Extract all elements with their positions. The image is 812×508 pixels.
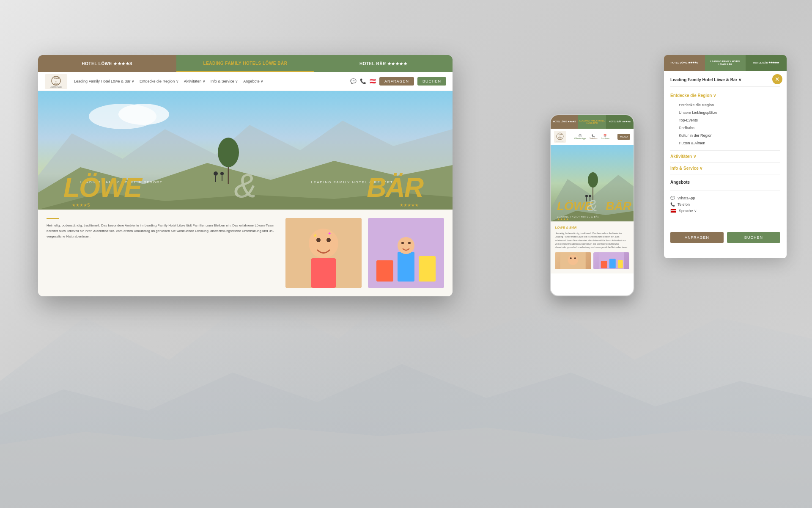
- dropdown-item-dorfbahn[interactable]: Dorfbahn: [670, 124, 780, 132]
- dropdown-hotel-selector[interactable]: Leading Family Hotel Löwe & Bär ∨: [670, 77, 780, 87]
- dropdown-item-top-events[interactable]: Top-Events: [670, 116, 780, 124]
- desktop-image-colorful: [368, 218, 444, 288]
- svg-rect-30: [398, 252, 414, 282]
- mobile-stars: ★★★★: [557, 218, 569, 221]
- mobile-tab-leading[interactable]: LEADING FAMILY HOTEL LÖWE BÄR: [578, 115, 606, 129]
- svg-rect-56: [609, 259, 615, 268]
- svg-point-17: [214, 171, 218, 176]
- nav-region[interactable]: Entdecke die Region ∨: [140, 79, 179, 83]
- svg-point-34: [408, 242, 411, 244]
- divider-2: [670, 162, 780, 163]
- svg-text:LEADING FAMILY: LEADING FAMILY: [50, 86, 62, 88]
- dropdown-tab-lowe[interactable]: HOTEL LÖWE ★★★★S: [664, 55, 705, 71]
- mobile-logo: LÖWE & BÄR LEADING FAMILY: [554, 131, 566, 143]
- mobile-buchen[interactable]: 📅 Buchen: [601, 134, 609, 140]
- svg-point-19: [220, 172, 224, 175]
- svg-point-52: [570, 257, 572, 259]
- nav-aktivitaten[interactable]: Aktivitäten ∨: [184, 79, 206, 83]
- dropdown-angebote[interactable]: Angebote: [670, 178, 780, 187]
- dropdown-telefon[interactable]: 📞 Telefon: [670, 202, 780, 207]
- mobile-bar-title: BÄR: [606, 199, 631, 213]
- svg-point-23: [316, 238, 321, 242]
- svg-rect-25: [311, 258, 336, 288]
- flag-icon: [670, 209, 676, 213]
- tab-hotel-bar[interactable]: HOTEL BÄR ★★★★★: [314, 55, 453, 72]
- svg-point-51: [568, 255, 578, 265]
- whatsapp-icon: 💬: [670, 196, 675, 200]
- mobile-content: LÖWE & BÄR Heimelig, bodenständig, tradi…: [551, 221, 634, 273]
- whatsapp-icon[interactable]: 💬: [350, 78, 357, 84]
- dropdown-item-hutten[interactable]: Hütten & Almen: [670, 139, 780, 147]
- svg-text:✦: ✦: [328, 231, 331, 236]
- dropdown-sprache[interactable]: Sprache ∨: [670, 209, 780, 213]
- mobile-menu-button[interactable]: MENU: [617, 134, 630, 140]
- tab-hotel-lowe[interactable]: HOTEL LÖWE ★★★★S: [38, 55, 176, 72]
- dropdown-tab-bar-tab[interactable]: HOTEL BÄR ★★★★★: [746, 55, 787, 71]
- colorful-photo: [368, 218, 444, 288]
- text-accent-line: [47, 218, 59, 219]
- svg-point-32: [398, 237, 414, 254]
- mobile-ampersand: &: [587, 197, 597, 215]
- phone-icon: 📞: [670, 202, 675, 207]
- desktop-text-column: Heimelig, bodenständig, traditionell: Da…: [47, 218, 279, 288]
- lowe-title: LÖWE: [63, 172, 141, 203]
- mobile-telefon[interactable]: 📞 Telefon: [589, 134, 597, 140]
- svg-point-24: [326, 238, 331, 242]
- desktop-description: Heimelig, bodenständig, traditionell: Da…: [47, 223, 279, 239]
- flag-icon[interactable]: 🇦🇹: [370, 78, 376, 84]
- mobile-thumb-1: [555, 252, 591, 269]
- bar-title: BÄR: [367, 172, 423, 203]
- dropdown-anfragen-button[interactable]: ANFRAGEN: [670, 232, 724, 243]
- desktop-content: Heimelig, bodenständig, traditionell: Da…: [38, 210, 453, 296]
- anfragen-button[interactable]: ANFRAGEN: [379, 77, 414, 86]
- svg-text:★: ★: [313, 232, 318, 238]
- svg-rect-57: [617, 260, 623, 268]
- mobile-content-title: LÖWE & BÄR: [555, 226, 629, 229]
- mobile-tab-hotel-lowe[interactable]: HOTEL LÖWE ★★★★S: [551, 115, 578, 129]
- desktop-image-children: ★ ✦: [285, 218, 362, 288]
- dropdown-content: Leading Family Hotel Löwe & Bär ∨ Entdec…: [664, 71, 787, 221]
- svg-point-53: [574, 257, 576, 259]
- dropdown-section-entdecke[interactable]: Entdecke die Region ∨: [670, 93, 780, 98]
- nav-leading-family[interactable]: Leading Family Hotel Löwe & Bär ∨: [74, 79, 134, 83]
- svg-point-33: [401, 242, 404, 244]
- nav-info-service[interactable]: Info & Service ∨: [211, 79, 239, 83]
- mobile-hero: LEADING FAMILY HOTEL & BÄR LÖWE & BÄR ★★…: [551, 145, 634, 221]
- dropdown-item-lieblingsplatze[interactable]: Unsere Lieblingsplätze: [670, 109, 780, 116]
- dropdown-tab-leading[interactable]: LEADING FAMILY HOTEL LÖWE BÄR: [705, 55, 746, 71]
- desktop-logo: LÖWE & BÄR LEADING FAMILY: [44, 74, 68, 89]
- svg-text:LÖWE: LÖWE: [53, 77, 60, 80]
- dropdown-item-kultur[interactable]: Kultur in der Region: [670, 132, 780, 139]
- mobile-tab-hotel-bar[interactable]: HOTEL BÄR ★★★★★: [606, 115, 634, 129]
- svg-rect-31: [419, 256, 436, 282]
- nav-angebote[interactable]: Angebote ∨: [243, 79, 263, 83]
- divider-4: [670, 190, 780, 190]
- mobile-navigation: LÖWE & BÄR LEADING FAMILY 💬 WhatsApp 📞 T…: [551, 129, 634, 145]
- dropdown-panel: HOTEL LÖWE ★★★★S LEADING FAMILY HOTEL LÖ…: [664, 55, 787, 258]
- dropdown-item-entdecke[interactable]: Entdecke die Region: [670, 101, 780, 109]
- dropdown-close-button[interactable]: ✕: [772, 74, 782, 84]
- desktop-hero: LEADING FAMILY HOTEL & RESORT LEADING FA…: [38, 91, 453, 210]
- svg-text:&: &: [55, 80, 57, 83]
- buchen-button[interactable]: BUCHEN: [417, 77, 446, 86]
- mobile-image-row: [555, 252, 629, 269]
- divider-1: [670, 150, 780, 151]
- phone-icon[interactable]: 📞: [360, 78, 366, 84]
- svg-point-16: [218, 138, 239, 167]
- mobile-description: Heimelig, bodenständig, traditionell: Da…: [555, 232, 629, 249]
- svg-text:BÄR: BÄR: [54, 83, 59, 85]
- dropdown-section-aktivitaten[interactable]: Aktivitäten ∨: [670, 154, 780, 159]
- dropdown-contact-items: 💬 WhatsApp 📞 Telefon Sprache ∨: [670, 194, 780, 215]
- stars-right: ★★★★★: [400, 203, 419, 207]
- dropdown-section-info[interactable]: Info & Service ∨: [670, 166, 780, 171]
- dropdown-buchen-button[interactable]: BUCHEN: [727, 232, 780, 243]
- dropdown-whatsapp[interactable]: 💬 WhatsApp: [670, 196, 780, 200]
- dropdown-actions: ANFRAGEN BUCHEN: [664, 228, 787, 249]
- desktop-navigation: LÖWE & BÄR LEADING FAMILY Leading Family…: [38, 72, 453, 91]
- mobile-thumb-2: [593, 252, 630, 269]
- mobile-whatsapp[interactable]: 💬 WhatsApp: [574, 134, 586, 140]
- tab-leading-family[interactable]: LEADING FAMILY HOTELS LÖWE BÄR: [176, 55, 315, 72]
- svg-rect-29: [376, 260, 393, 282]
- children-photo: ★ ✦: [285, 218, 362, 288]
- mobile-mockup: HOTEL LÖWE ★★★★S LEADING FAMILY HOTEL LÖ…: [550, 114, 634, 296]
